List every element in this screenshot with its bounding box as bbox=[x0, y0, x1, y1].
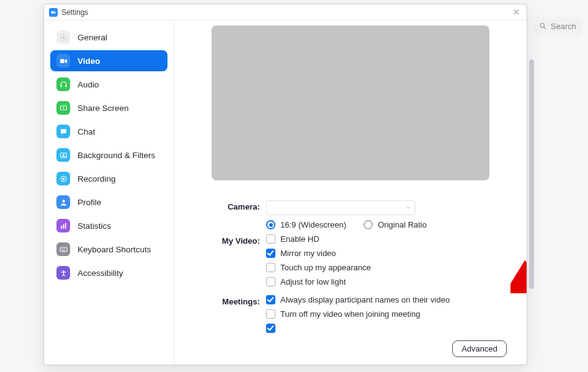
svg-rect-2 bbox=[51, 11, 54, 14]
ratio-original-radio[interactable]: Original Ratio bbox=[363, 220, 427, 229]
radio-icon bbox=[266, 220, 275, 229]
svg-point-20 bbox=[63, 248, 63, 249]
advanced-label: Advanced bbox=[461, 344, 497, 353]
video-icon bbox=[56, 54, 70, 68]
svg-point-23 bbox=[63, 270, 64, 271]
chat-icon bbox=[56, 125, 70, 138]
lowlight-label: Adjust for low light bbox=[280, 277, 346, 286]
checkbox-icon bbox=[266, 249, 275, 258]
sidebar-item-label: Background & Filters bbox=[78, 151, 155, 160]
share-screen-icon bbox=[56, 101, 70, 115]
sidebar-item-accessibility[interactable]: Accessibility bbox=[50, 262, 167, 283]
content-pane: Camera: 16:9 (Widescreen) bbox=[174, 20, 527, 365]
svg-rect-15 bbox=[61, 226, 62, 228]
modal-title: Settings bbox=[61, 8, 509, 17]
cutoff-checkbox[interactable]: x bbox=[266, 324, 506, 333]
svg-point-13 bbox=[62, 177, 65, 180]
svg-rect-22 bbox=[62, 250, 65, 250]
sidebar-item-statistics[interactable]: Statistics bbox=[50, 215, 167, 236]
video-preview bbox=[212, 25, 489, 180]
ratio-original-label: Original Ratio bbox=[378, 220, 427, 229]
ratio-16-9-radio[interactable]: 16:9 (Widescreen) bbox=[266, 220, 346, 229]
enable-hd-checkbox[interactable]: Enable HD bbox=[266, 234, 506, 244]
myvideo-label: My Video: bbox=[174, 234, 266, 286]
close-icon bbox=[513, 9, 520, 16]
modal-header: Settings bbox=[44, 4, 527, 20]
sidebar-item-general[interactable]: General bbox=[50, 27, 167, 48]
sidebar-item-label: Chat bbox=[78, 127, 96, 136]
sidebar-item-audio[interactable]: Audio bbox=[50, 74, 167, 95]
enable-hd-label: Enable HD bbox=[280, 234, 319, 244]
search-icon bbox=[539, 22, 547, 30]
sidebar-item-label: General bbox=[78, 33, 107, 42]
svg-point-21 bbox=[64, 248, 65, 249]
svg-rect-8 bbox=[65, 85, 66, 87]
lowlight-checkbox[interactable]: Adjust for low light bbox=[266, 277, 506, 286]
background-icon bbox=[56, 148, 70, 162]
profile-icon bbox=[56, 195, 70, 209]
search-input[interactable]: Search bbox=[534, 17, 581, 35]
accessibility-icon bbox=[56, 266, 70, 280]
headphones-icon bbox=[56, 78, 70, 91]
keyboard-icon bbox=[56, 242, 70, 256]
radio-icon bbox=[363, 220, 373, 229]
search-placeholder: Search bbox=[551, 22, 576, 31]
touchup-checkbox[interactable]: Touch up my appearance bbox=[266, 263, 506, 272]
statistics-icon bbox=[56, 219, 70, 232]
sidebar-item-label: Share Screen bbox=[78, 104, 129, 113]
camera-dropdown[interactable] bbox=[266, 200, 416, 215]
ratio-16-9-label: 16:9 (Widescreen) bbox=[280, 220, 346, 229]
camera-label: Camera: bbox=[174, 200, 266, 229]
sidebar-item-background-filters[interactable]: Background & Filters bbox=[50, 144, 167, 166]
sidebar-item-label: Profile bbox=[78, 198, 101, 207]
svg-point-0 bbox=[540, 24, 544, 27]
svg-rect-17 bbox=[65, 223, 66, 228]
checkbox-icon bbox=[266, 309, 275, 319]
sidebar: GeneralVideoAudioShare ScreenChatBackgro… bbox=[44, 20, 174, 365]
svg-rect-16 bbox=[63, 224, 64, 228]
mirror-checkbox[interactable]: Mirror my video bbox=[266, 249, 506, 258]
zoom-app-icon bbox=[49, 8, 58, 17]
sidebar-item-share-screen[interactable]: Share Screen bbox=[50, 97, 167, 118]
sidebar-item-chat[interactable]: Chat bbox=[50, 121, 167, 142]
svg-point-5 bbox=[62, 36, 64, 38]
svg-rect-6 bbox=[60, 59, 65, 63]
svg-line-1 bbox=[544, 27, 546, 29]
sidebar-item-keyboard-shortcuts[interactable]: Keyboard Shortcuts bbox=[50, 239, 167, 260]
settings-modal: Settings GeneralVideoAudioShare ScreenCh… bbox=[43, 4, 527, 365]
chevron-down-icon bbox=[405, 205, 411, 211]
sidebar-item-recording[interactable]: Recording bbox=[50, 168, 167, 189]
touchup-label: Touch up my appearance bbox=[280, 263, 371, 272]
checkbox-icon bbox=[266, 234, 275, 244]
sidebar-item-label: Video bbox=[78, 56, 100, 66]
sidebar-item-label: Statistics bbox=[78, 221, 111, 231]
sidebar-item-video[interactable]: Video bbox=[50, 50, 167, 71]
svg-point-11 bbox=[63, 154, 65, 156]
checkbox-icon bbox=[266, 295, 275, 304]
scrollbar[interactable] bbox=[529, 60, 534, 303]
meetings-label: Meetings: bbox=[174, 295, 266, 333]
sidebar-item-label: Accessibility bbox=[78, 268, 123, 278]
always-names-label: Always display participant names on thei… bbox=[280, 295, 450, 304]
checkbox-icon bbox=[266, 277, 275, 286]
scrollbar-thumb[interactable] bbox=[529, 60, 534, 289]
sidebar-item-label: Audio bbox=[78, 80, 99, 89]
record-icon bbox=[56, 172, 70, 185]
checkbox-icon bbox=[266, 324, 275, 333]
sidebar-item-profile[interactable]: Profile bbox=[50, 192, 167, 213]
svg-rect-7 bbox=[60, 85, 61, 87]
gear-icon bbox=[56, 30, 70, 44]
always-names-checkbox[interactable]: Always display participant names on thei… bbox=[266, 295, 506, 304]
turnoff-join-label: Turn off my video when joining meeting bbox=[280, 309, 420, 319]
advanced-button[interactable]: Advanced bbox=[452, 340, 507, 357]
sidebar-item-label: Recording bbox=[78, 174, 116, 184]
checkbox-icon bbox=[266, 263, 275, 272]
svg-point-19 bbox=[61, 248, 62, 249]
sidebar-item-label: Keyboard Shortcuts bbox=[78, 245, 151, 254]
svg-rect-18 bbox=[60, 247, 67, 252]
svg-point-14 bbox=[62, 200, 65, 202]
close-button[interactable] bbox=[509, 6, 523, 19]
turnoff-join-checkbox[interactable]: Turn off my video when joining meeting bbox=[266, 309, 506, 319]
mirror-label: Mirror my video bbox=[280, 249, 336, 258]
